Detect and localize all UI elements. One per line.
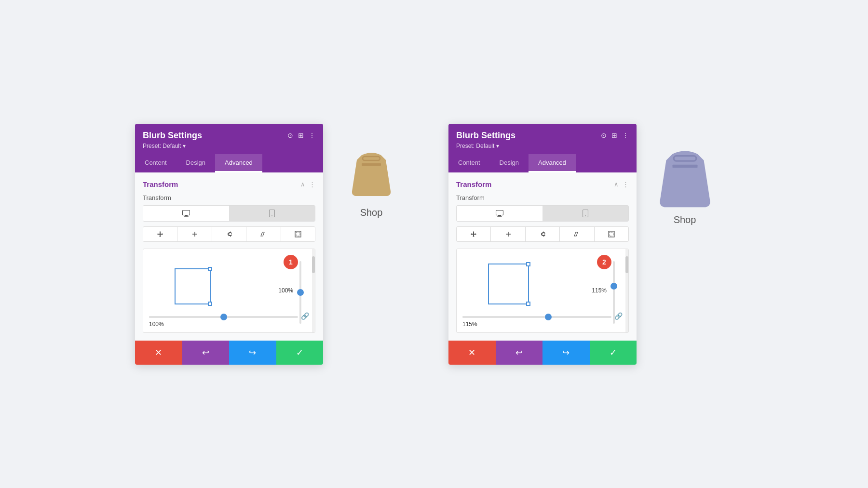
preview-1: Shop xyxy=(323,124,420,237)
panel-1-save-button[interactable]: ✓ xyxy=(276,341,324,365)
panel-1-badge: 1 xyxy=(284,255,298,269)
panel-2-header-top: Blurb Settings ⊙ ⊞ ⋮ xyxy=(456,131,629,141)
panel-2-redo-button[interactable]: ↪ xyxy=(542,341,590,365)
panel-2-tabs: Content Design Advanced xyxy=(448,154,637,172)
panel-1-toggle-other[interactable] xyxy=(229,206,315,221)
panel-2-header: Blurb Settings ⊙ ⊞ ⋮ Preset: Default ▾ xyxy=(448,124,637,154)
svg-rect-1 xyxy=(185,215,188,216)
panel-2-more-icon[interactable]: ⋮ xyxy=(622,132,629,139)
panel-2-horiz-value: 115% xyxy=(462,321,477,328)
svg-rect-13 xyxy=(497,216,502,217)
panel-1-tool-scale[interactable] xyxy=(281,227,315,241)
panel-1-canvas[interactable]: 1 100% xyxy=(143,249,315,333)
preview-1-shop-icon xyxy=(347,143,395,198)
panel-1-tool-add[interactable] xyxy=(177,227,212,241)
panel-2-handle-tr xyxy=(526,262,530,266)
panel-2-body: Transform ∧ ⋮ Transform xyxy=(448,172,637,341)
panel-1-section-controls: ∧ ⋮ xyxy=(300,181,315,188)
panel-2-save-button[interactable]: ✓ xyxy=(590,341,637,365)
panel-1-horiz-value: 100% xyxy=(149,321,164,328)
panel-1-section-title: Transform xyxy=(143,180,178,188)
panel-1-horiz-thumb[interactable] xyxy=(220,314,227,320)
panel-group-1: Blurb Settings ⊙ ⊞ ⋮ Preset: Default ▾ C… xyxy=(135,124,420,365)
panel-1-target-icon[interactable]: ⊙ xyxy=(287,132,293,139)
panel-2-horiz-track xyxy=(462,316,611,318)
panel-1-header-top: Blurb Settings ⊙ ⊞ ⋮ xyxy=(143,131,315,141)
panel-1-layout-icon[interactable]: ⊞ xyxy=(298,132,304,139)
panel-1-footer: ✕ ↩ ↪ ✓ xyxy=(135,341,323,365)
panel-1-handle-tr xyxy=(208,267,212,271)
panel-2-tab-advanced[interactable]: Advanced xyxy=(529,154,576,172)
panel-2-layout-icon[interactable]: ⊞ xyxy=(611,132,617,139)
panel-1-header-icons: ⊙ ⊞ ⋮ xyxy=(287,132,315,139)
panel-2-toggle-other[interactable] xyxy=(542,206,628,221)
panel-2-tool-skew[interactable] xyxy=(560,227,594,241)
panel-1-toggle-desktop[interactable] xyxy=(143,206,229,221)
panel-2-tool-scale[interactable] xyxy=(595,227,628,241)
panel-1-tab-design[interactable]: Design xyxy=(176,154,215,172)
panel-1-scrollbar-thumb[interactable] xyxy=(312,256,315,273)
panel-1-title: Blurb Settings xyxy=(143,131,202,141)
panel-2-vert-thumb[interactable] xyxy=(610,283,617,290)
panel-2-tab-content[interactable]: Content xyxy=(448,154,490,172)
svg-rect-11 xyxy=(496,210,503,215)
panel-2-section-title: Transform xyxy=(456,180,491,188)
panel-2-section-header: Transform ∧ ⋮ xyxy=(456,180,629,188)
panel-2-tool-rotate[interactable] xyxy=(526,227,560,241)
panel-2-undo-button[interactable]: ↩ xyxy=(496,341,543,365)
svg-rect-10 xyxy=(362,163,381,166)
panel-1-tools xyxy=(143,226,315,242)
panel-1-cancel-button[interactable]: ✕ xyxy=(135,341,182,365)
panel-1-tool-rotate[interactable] xyxy=(212,227,246,241)
panel-1-undo-button[interactable]: ↩ xyxy=(182,341,230,365)
svg-rect-12 xyxy=(498,215,501,216)
panel-2-tab-design[interactable]: Design xyxy=(490,154,529,172)
panel-1-tool-move[interactable] xyxy=(143,227,177,241)
panel-1-more-icon[interactable]: ⋮ xyxy=(309,132,315,139)
preview-1-shop-label: Shop xyxy=(360,207,383,218)
panel-1-collapse-icon[interactable]: ∧ xyxy=(300,181,305,188)
panel-1-handle-br xyxy=(208,302,212,306)
panel-group-2: Blurb Settings ⊙ ⊞ ⋮ Preset: Default ▾ C… xyxy=(448,124,733,365)
panel-2-footer: ✕ ↩ ↪ ✓ xyxy=(448,341,637,365)
panel-2-section-more-icon[interactable]: ⋮ xyxy=(623,181,629,188)
panel-2-tool-move[interactable] xyxy=(457,227,491,241)
preview-2-shop-icon xyxy=(653,138,717,211)
panel-2-horiz-thumb[interactable] xyxy=(545,314,552,320)
panel-2-canvas[interactable]: 2 115% xyxy=(456,249,629,333)
svg-rect-8 xyxy=(296,232,300,236)
panel-1-transform-label: Transform xyxy=(143,194,315,201)
panel-2-transform-box xyxy=(488,264,529,304)
panel-1-vert-thumb[interactable] xyxy=(297,289,304,296)
panel-2-cancel-button[interactable]: ✕ xyxy=(448,341,496,365)
panel-2-scrollbar-thumb[interactable] xyxy=(625,256,628,273)
panel-1-horiz-slider-area xyxy=(149,316,298,318)
panel-1-header: Blurb Settings ⊙ ⊞ ⋮ Preset: Default ▾ xyxy=(135,124,323,154)
panel-2-header-icons: ⊙ ⊞ ⋮ xyxy=(601,132,629,139)
panel-2-toggle-row xyxy=(456,205,629,222)
panel-2-link-icon[interactable]: 🔗 xyxy=(614,312,623,320)
svg-point-15 xyxy=(585,215,586,216)
panel-1-tab-content[interactable]: Content xyxy=(135,154,176,172)
panel-2-preset[interactable]: Preset: Default ▾ xyxy=(456,143,629,149)
panel-1-tab-advanced[interactable]: Advanced xyxy=(215,154,262,172)
panel-1-tool-skew[interactable] xyxy=(246,227,281,241)
svg-rect-0 xyxy=(183,210,190,215)
panel-1-redo-button[interactable]: ↪ xyxy=(229,341,276,365)
panel-2-tools xyxy=(456,226,629,242)
panel-2-toggle-desktop[interactable] xyxy=(457,206,542,221)
panel-2-target-icon[interactable]: ⊙ xyxy=(601,132,607,139)
preview-2-bag-svg xyxy=(653,138,717,211)
panel-1-preset[interactable]: Preset: Default ▾ xyxy=(143,143,315,149)
panel-1-section-more-icon[interactable]: ⋮ xyxy=(309,181,315,188)
panel-2-tool-add[interactable] xyxy=(491,227,525,241)
panel-2-horiz-slider-area xyxy=(462,316,611,318)
svg-rect-19 xyxy=(610,232,613,236)
panel-1-link-icon[interactable]: 🔗 xyxy=(301,312,309,320)
panel-2-collapse-icon[interactable]: ∧ xyxy=(614,181,619,188)
panel-2: Blurb Settings ⊙ ⊞ ⋮ Preset: Default ▾ C… xyxy=(448,124,637,365)
panel-1-tabs: Content Design Advanced xyxy=(135,154,323,172)
page-wrapper: Blurb Settings ⊙ ⊞ ⋮ Preset: Default ▾ C… xyxy=(116,105,752,384)
panel-1-toggle-row xyxy=(143,205,315,222)
panel-1-scrollbar xyxy=(312,249,315,332)
